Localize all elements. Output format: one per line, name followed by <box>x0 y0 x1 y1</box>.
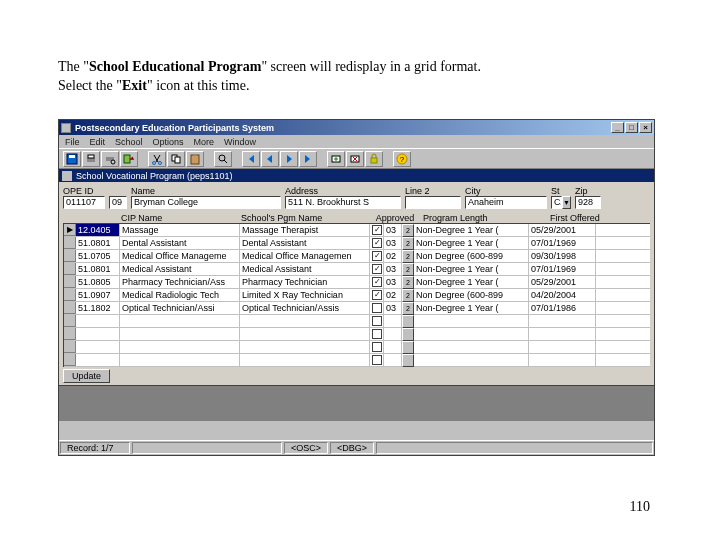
menu-school[interactable]: School <box>115 137 143 147</box>
approved-checkbox[interactable] <box>372 316 382 326</box>
cell-pgm-name[interactable]: Dental Assistant <box>240 237 370 249</box>
minimize-button[interactable]: _ <box>611 122 624 133</box>
seq-dropdown-icon[interactable] <box>402 354 414 367</box>
cut-icon[interactable] <box>148 151 166 167</box>
table-row[interactable] <box>64 341 650 354</box>
cell-pgm-name[interactable] <box>240 354 370 366</box>
cell-first-offered[interactable] <box>529 315 596 327</box>
seq-dropdown-icon[interactable]: 2 <box>402 250 414 263</box>
cell-approved[interactable] <box>370 315 384 327</box>
cell-cip-code[interactable]: 51.0801 <box>76 263 120 275</box>
cell-cip-name[interactable] <box>120 328 240 340</box>
cell-seq[interactable] <box>384 328 402 340</box>
seq-dropdown-icon[interactable]: 2 <box>402 289 414 302</box>
row-marker[interactable] <box>64 302 76 314</box>
cell-seq[interactable]: 03 <box>384 237 402 249</box>
cell-program-length[interactable]: Non-Degree 1 Year ( <box>414 263 529 275</box>
cell-approved[interactable] <box>370 341 384 353</box>
cell-approved[interactable]: ✓ <box>370 250 384 262</box>
cell-cip-name[interactable]: Medical Office Manageme <box>120 250 240 262</box>
cell-first-offered[interactable] <box>529 354 596 366</box>
menu-edit[interactable]: Edit <box>90 137 106 147</box>
cell-first-offered[interactable]: 04/20/2004 <box>529 289 596 301</box>
approved-checkbox[interactable]: ✓ <box>372 225 382 235</box>
help-icon[interactable]: ? <box>393 151 411 167</box>
cell-seq[interactable] <box>384 315 402 327</box>
ope-suffix-field[interactable]: 09 <box>109 196 127 209</box>
approved-checkbox[interactable] <box>372 303 382 313</box>
cell-cip-code[interactable]: 51.0801 <box>76 237 120 249</box>
cell-program-length[interactable] <box>414 315 529 327</box>
cell-cip-code[interactable]: 51.0705 <box>76 250 120 262</box>
row-marker[interactable] <box>64 289 76 301</box>
row-marker[interactable]: ▶ <box>64 224 76 236</box>
cell-cip-name[interactable]: Optical Technician/Assi <box>120 302 240 314</box>
cell-first-offered[interactable] <box>529 328 596 340</box>
cell-first-offered[interactable]: 05/29/2001 <box>529 224 596 236</box>
cell-first-offered[interactable] <box>529 341 596 353</box>
cell-cip-name[interactable]: Pharmacy Technician/Ass <box>120 276 240 288</box>
cell-seq[interactable] <box>384 341 402 353</box>
copy-icon[interactable] <box>167 151 185 167</box>
cell-pgm-name[interactable]: Massage Therapist <box>240 224 370 236</box>
cell-approved[interactable] <box>370 328 384 340</box>
cell-cip-name[interactable] <box>120 315 240 327</box>
cell-seq[interactable]: 03 <box>384 224 402 236</box>
menu-window[interactable]: Window <box>224 137 256 147</box>
table-row[interactable] <box>64 328 650 341</box>
next-record-icon[interactable] <box>280 151 298 167</box>
cell-approved[interactable]: ✓ <box>370 276 384 288</box>
save-icon[interactable] <box>63 151 81 167</box>
address-field[interactable]: 511 N. Brookhurst S <box>285 196 401 209</box>
cell-approved[interactable]: ✓ <box>370 263 384 275</box>
row-marker[interactable] <box>64 341 76 353</box>
cell-cip-name[interactable] <box>120 341 240 353</box>
line2-field[interactable] <box>405 196 461 209</box>
state-field[interactable]: CA <box>551 196 562 209</box>
cell-pgm-name[interactable] <box>240 315 370 327</box>
zip-field[interactable]: 928 <box>575 196 601 209</box>
seq-dropdown-icon[interactable] <box>402 315 414 328</box>
approved-checkbox[interactable] <box>372 355 382 365</box>
cell-first-offered[interactable]: 07/01/1969 <box>529 263 596 275</box>
row-marker[interactable] <box>64 263 76 275</box>
seq-dropdown-icon[interactable]: 2 <box>402 237 414 250</box>
exit-icon[interactable] <box>120 151 138 167</box>
cell-pgm-name[interactable]: Limited X Ray Technician <box>240 289 370 301</box>
table-row[interactable]: 51.0801Dental AssistantDental Assistant✓… <box>64 237 650 250</box>
cell-program-length[interactable]: Non Degree (600-899 <box>414 289 529 301</box>
table-row[interactable]: 51.0801Medical AssistantMedical Assistan… <box>64 263 650 276</box>
cell-program-length[interactable]: Non-Degree 1 Year ( <box>414 237 529 249</box>
row-marker[interactable] <box>64 328 76 340</box>
cell-cip-name[interactable]: Medical Radiologic Tech <box>120 289 240 301</box>
cell-program-length[interactable]: Non Degree (600-899 <box>414 250 529 262</box>
seq-dropdown-icon[interactable] <box>402 341 414 354</box>
cell-cip-code[interactable]: 51.0907 <box>76 289 120 301</box>
name-field[interactable]: Bryman College <box>131 196 281 209</box>
cell-approved[interactable]: ✓ <box>370 237 384 249</box>
insert-record-icon[interactable] <box>327 151 345 167</box>
cell-pgm-name[interactable] <box>240 341 370 353</box>
table-row[interactable]: 51.0907Medical Radiologic TechLimited X … <box>64 289 650 302</box>
menu-more[interactable]: More <box>194 137 215 147</box>
cell-seq[interactable] <box>384 354 402 366</box>
cell-cip-name[interactable]: Massage <box>120 224 240 236</box>
cell-cip-code[interactable] <box>76 341 120 353</box>
cell-pgm-name[interactable]: Medical Office Managemen <box>240 250 370 262</box>
cell-seq[interactable]: 03 <box>384 276 402 288</box>
ope-id-field[interactable]: 011107 <box>63 196 105 209</box>
cell-cip-code[interactable]: 51.0805 <box>76 276 120 288</box>
table-row[interactable] <box>64 315 650 328</box>
cell-cip-code[interactable]: 51.1802 <box>76 302 120 314</box>
print-icon[interactable] <box>82 151 100 167</box>
seq-dropdown-icon[interactable]: 2 <box>402 263 414 276</box>
cell-pgm-name[interactable]: Optical Technician/Assis <box>240 302 370 314</box>
paste-icon[interactable] <box>186 151 204 167</box>
approved-checkbox[interactable]: ✓ <box>372 264 382 274</box>
approved-checkbox[interactable]: ✓ <box>372 251 382 261</box>
city-field[interactable]: Anaheim <box>465 196 547 209</box>
table-row[interactable] <box>64 354 650 367</box>
cell-first-offered[interactable]: 07/01/1986 <box>529 302 596 314</box>
table-row[interactable]: ▶12.0405MassageMassage Therapist✓032Non-… <box>64 224 650 237</box>
table-row[interactable]: 51.1802Optical Technician/AssiOptical Te… <box>64 302 650 315</box>
